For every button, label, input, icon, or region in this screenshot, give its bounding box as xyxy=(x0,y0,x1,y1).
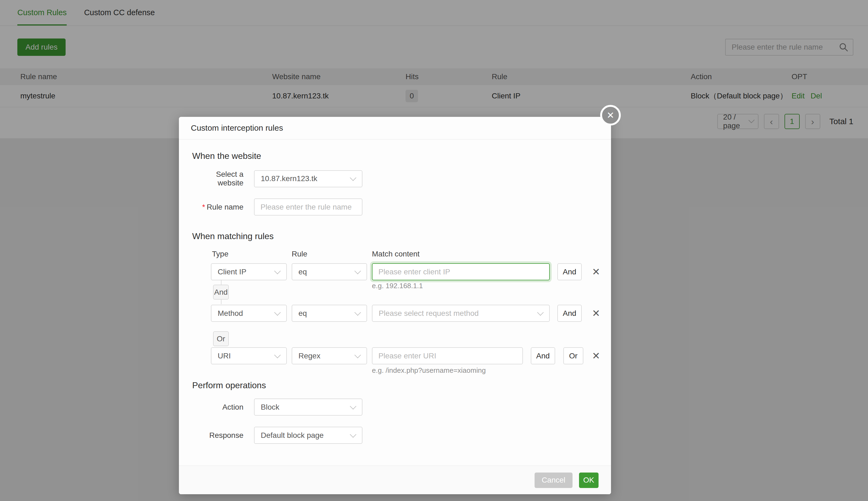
chevron-down-icon xyxy=(354,268,361,274)
type-select-3-value: URI xyxy=(218,352,231,360)
required-mark: * xyxy=(202,203,205,211)
chevron-down-icon xyxy=(350,174,356,181)
section-perform-operations: Perform operations xyxy=(192,380,611,391)
section-when-matching-rules: When matching rules xyxy=(192,231,611,242)
connector-line-or: Or xyxy=(192,322,611,347)
remove-condition-icon-3[interactable]: ✕ xyxy=(592,351,600,361)
match-content-input-1[interactable] xyxy=(372,263,550,280)
condition-row-2: Method eq Please select request method A… xyxy=(192,305,611,322)
uri-hint: e.g. /index.php?username=xiaoming xyxy=(372,366,611,375)
action-select-value: Block xyxy=(261,403,279,412)
col-label-type: Type xyxy=(212,250,228,258)
chevron-down-icon xyxy=(350,403,356,409)
rule-name-row: *Rule name xyxy=(192,199,611,215)
modal-body: When the website Select a website 10.87.… xyxy=(179,140,611,466)
rule-name-label: *Rule name xyxy=(192,203,244,212)
rule-select-2[interactable]: eq xyxy=(292,305,367,322)
modal-footer: Cancel OK xyxy=(179,466,611,494)
website-select[interactable]: 10.87.kern123.tk xyxy=(254,170,362,187)
condition-row-1: Client IP eq And ✕ xyxy=(192,263,611,280)
action-select[interactable]: Block xyxy=(254,398,362,416)
ok-button[interactable]: OK xyxy=(579,472,599,488)
type-select-2[interactable]: Method xyxy=(211,305,287,322)
response-select[interactable]: Default block page xyxy=(254,427,362,444)
response-label: Response xyxy=(192,431,244,440)
rule-select-1[interactable]: eq xyxy=(292,263,367,280)
col-label-rule: Rule xyxy=(292,250,308,258)
client-ip-hint: e.g. 192.168.1.1 xyxy=(372,282,423,290)
connector-line-and: e.g. 192.168.1.1 And xyxy=(192,280,611,305)
select-website-label: Select a website xyxy=(192,170,244,187)
close-icon[interactable]: ✕ xyxy=(600,105,621,126)
or-button-3[interactable]: Or xyxy=(563,347,583,364)
website-select-value: 10.87.kern123.tk xyxy=(261,174,318,183)
response-select-value: Default block page xyxy=(261,431,324,440)
condition-row-3: URI Regex And Or ✕ xyxy=(192,347,611,364)
chevron-down-icon xyxy=(354,352,361,358)
rule-select-2-value: eq xyxy=(299,309,307,318)
chevron-down-icon xyxy=(274,352,281,358)
action-label: Action xyxy=(192,403,244,412)
and-button-2[interactable]: And xyxy=(557,305,582,322)
action-row: Action Block xyxy=(192,398,611,416)
remove-condition-icon-2[interactable]: ✕ xyxy=(592,309,600,318)
request-method-placeholder: Please select request method xyxy=(379,309,479,318)
rule-name-input[interactable] xyxy=(254,199,362,215)
website-row: Select a website 10.87.kern123.tk xyxy=(192,170,611,187)
rule-select-3-value: Regex xyxy=(299,352,320,360)
rule-select-3[interactable]: Regex xyxy=(292,347,367,364)
custom-interception-rules-modal: ✕ Custom interception rules When the web… xyxy=(179,117,611,494)
and-button-1[interactable]: And xyxy=(557,263,582,280)
type-select-3[interactable]: URI xyxy=(211,347,287,364)
cancel-button[interactable]: Cancel xyxy=(535,472,572,488)
matching-column-labels: Type Rule Match content xyxy=(192,250,611,259)
chevron-down-icon xyxy=(274,268,281,274)
rule-select-1-value: eq xyxy=(299,268,307,276)
and-connector-chip[interactable]: And xyxy=(213,285,229,300)
request-method-select[interactable]: Please select request method xyxy=(372,305,550,322)
chevron-down-icon xyxy=(354,309,361,316)
section-when-the-website: When the website xyxy=(192,150,611,161)
and-button-3[interactable]: And xyxy=(531,347,555,364)
uri-input[interactable] xyxy=(372,347,523,364)
remove-condition-icon-1[interactable]: ✕ xyxy=(592,267,600,277)
type-select-1[interactable]: Client IP xyxy=(211,263,287,280)
chevron-down-icon xyxy=(537,309,544,316)
modal-title: Custom interception rules xyxy=(179,117,611,140)
type-select-2-value: Method xyxy=(218,309,243,318)
col-label-match-content: Match content xyxy=(372,250,420,258)
response-row: Response Default block page xyxy=(192,427,611,444)
screen: Custom Rules Custom CC defense Add rules… xyxy=(0,0,868,501)
chevron-down-icon xyxy=(350,431,356,438)
type-select-1-value: Client IP xyxy=(218,268,246,276)
or-connector-chip[interactable]: Or xyxy=(213,331,229,346)
chevron-down-icon xyxy=(274,309,281,316)
